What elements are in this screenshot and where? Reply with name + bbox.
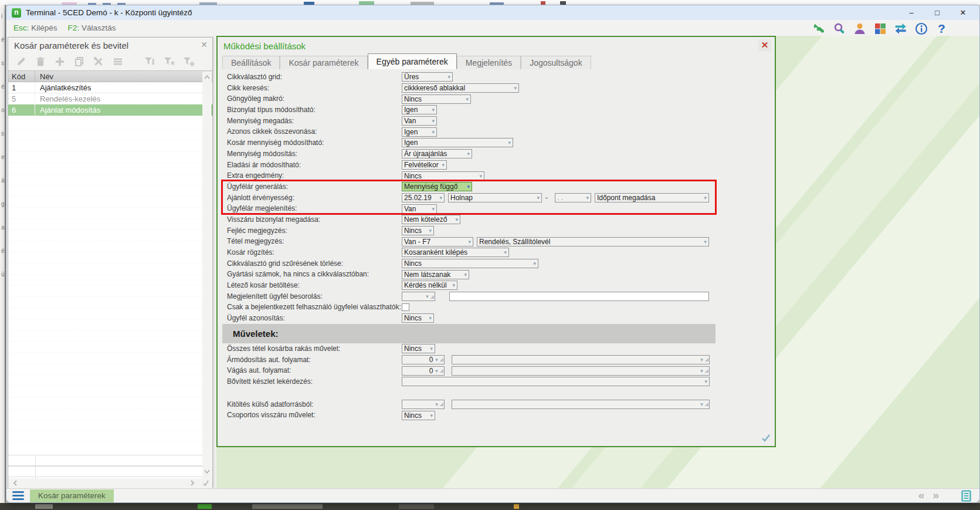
maximize-icon[interactable]: □ (924, 5, 950, 20)
help-icon[interactable]: ? (934, 22, 949, 35)
form-row: Visszáru bizonylat megadása:Nem kötelező… (218, 214, 775, 225)
filter-icon[interactable] (143, 55, 157, 68)
vertical-scrollbar[interactable] (202, 72, 212, 478)
field-label: Gyártási számok, ha nincs a cikkválasztó… (227, 270, 369, 278)
active-task-badge[interactable]: Kosár paraméterek (30, 489, 114, 502)
shortcut-f2[interactable]: F2:Választás (68, 23, 116, 32)
dropdown[interactable]: ▾◢ (452, 355, 710, 364)
chevron-down-icon: ▾ (428, 228, 433, 234)
field-controls: Üres▾ (402, 72, 453, 83)
scroll-down-icon[interactable] (203, 467, 211, 477)
panel-confirm-check-icon[interactable] (761, 433, 771, 445)
text-input[interactable] (449, 292, 709, 301)
menu-icon[interactable] (111, 55, 125, 68)
chevron-down-icon: ▾ (467, 239, 473, 245)
delete-icon[interactable] (33, 55, 48, 68)
wrench-icon[interactable] (811, 22, 826, 35)
dropdown[interactable]: Igen▾ (402, 138, 513, 147)
dropdown[interactable]: . .▾ (555, 193, 591, 202)
dropdown[interactable]: cikkkereső ablakkal▾ (402, 83, 519, 93)
dropdown[interactable]: Időpont megadása▾ (595, 193, 709, 202)
scroll-up-icon[interactable] (203, 73, 211, 83)
filter-add-icon[interactable] (182, 55, 196, 68)
dropdown[interactable]: Igen▾ (402, 105, 437, 114)
dropdown[interactable]: ▾◢ (452, 366, 710, 376)
dropdown[interactable]: Nincs▾ (402, 411, 435, 420)
dropdown[interactable]: Nincs▾ (402, 313, 434, 323)
dropdown[interactable]: Kosaranként kilépés▾ (402, 248, 509, 257)
dropdown[interactable]: Nincs▾ (402, 259, 538, 268)
left-panel-close-icon[interactable]: ✕ (201, 40, 208, 49)
column-header-kod[interactable]: Kód (8, 71, 35, 82)
shortcut-esc[interactable]: Esc:Kilépés (13, 23, 57, 32)
dropdown[interactable]: ▾◢ (452, 400, 710, 409)
dropdown[interactable]: 0▾◢ (402, 355, 445, 364)
chevron-down-icon: ▾ (430, 118, 436, 124)
dropdown[interactable]: ▾ (402, 377, 710, 386)
search-icon[interactable] (832, 22, 846, 35)
settings-close-icon[interactable]: ✕ (758, 39, 771, 51)
field-label: Csak a bejelentkezett felhasználó ügyfel… (227, 303, 401, 311)
edit-icon[interactable] (14, 55, 28, 68)
tab-be-ll-t-sok[interactable]: Beállítások (222, 56, 280, 69)
dropdown[interactable]: Ár újraajánlás▾ (402, 149, 472, 158)
table-row[interactable]: 1Ajánlatkészítés (8, 82, 212, 93)
dropdown-value: cikkkereső ablakkal (404, 84, 513, 92)
form-row: Kitöltés külső adatforrásból:▾◢▾◢ (218, 399, 775, 410)
apps-icon[interactable] (873, 22, 887, 35)
document-list-icon[interactable] (961, 490, 971, 503)
info-icon[interactable] (914, 22, 928, 35)
minimize-icon[interactable]: – (898, 5, 924, 20)
dropdown-value: Holnap (450, 194, 535, 202)
tab-egy-b-param-terek[interactable]: Egyéb paraméterek (368, 53, 457, 69)
dropdown[interactable]: 25.02.19▾ (402, 193, 445, 202)
dropdown[interactable]: 0▾◢ (402, 366, 445, 376)
dropdown[interactable]: Holnap▾ (448, 193, 542, 202)
dropdown[interactable]: Kérdés nélkül▾ (402, 281, 457, 290)
chevron-down-icon: ▾ (464, 96, 470, 102)
tab-kos-r-param-terek[interactable]: Kosár paraméterek (280, 56, 367, 69)
nav-back-icon[interactable]: « (918, 489, 933, 501)
form-row: Eladási ár módosítható:Felvételkor▾ (218, 160, 775, 171)
filter-clear-icon[interactable] (162, 55, 177, 68)
tab-jogosults-gok[interactable]: Jogosultságok (521, 56, 591, 69)
dropdown-value: Nincs (404, 172, 478, 180)
add-icon[interactable] (53, 55, 67, 68)
window-title: Terminal - 5CED Demó - k - Központi ügyi… (26, 8, 192, 17)
dropdown[interactable]: Igen▾ (402, 127, 437, 137)
dropdown[interactable]: Nem látszanak▾ (402, 270, 469, 279)
field-label: Cikkválasztó grid: (227, 73, 282, 81)
dropdown[interactable]: Van - F7▾ (402, 237, 473, 246)
nav-forward-icon[interactable]: » (932, 489, 947, 501)
copy-icon[interactable] (72, 55, 86, 68)
dropdown[interactable]: Nincs▾ (402, 344, 435, 353)
dropdown-value: 25.02.19 (404, 194, 438, 202)
dropdown[interactable]: Nincs▾ (402, 94, 471, 104)
tab-megjelen-t-s[interactable]: Megjelenítés (457, 56, 521, 69)
dropdown[interactable]: Nincs▾ (402, 171, 484, 181)
field-label: Ármódosítás aut. folyamat: (227, 356, 311, 364)
horizontal-scrollbar[interactable] (8, 478, 212, 489)
transfer-icon[interactable] (893, 22, 908, 35)
dropdown[interactable]: Felvételkor▾ (402, 160, 447, 170)
menu-icon[interactable] (12, 491, 24, 500)
user-icon[interactable] (852, 22, 867, 35)
close-icon[interactable]: ✕ (950, 5, 976, 20)
dropdown[interactable]: Van▾ (402, 116, 437, 126)
field-controls: Van - F7▾Rendelés, Szállítólevél▾ (402, 236, 709, 247)
column-header-nev[interactable]: Név (35, 71, 212, 82)
dropdown[interactable]: Mennyiség függő▾ (402, 182, 472, 191)
field-controls: Nincs▾ (402, 343, 435, 354)
app-logo-icon: n (12, 8, 21, 18)
checkbox[interactable] (402, 303, 409, 311)
field-label: Cikk keresés: (227, 84, 269, 92)
dropdown[interactable]: Nem kötelező▾ (402, 215, 460, 224)
dropdown[interactable]: Van▾ (402, 204, 437, 214)
dropdown[interactable]: Nincs▾ (402, 226, 434, 235)
tools-icon[interactable] (91, 55, 106, 68)
dropdown[interactable]: Rendelés, Szállítólevél▾ (477, 237, 709, 246)
dropdown[interactable]: ▾◢ (402, 292, 435, 301)
field-label: Kitöltés külső adatforrásból: (227, 400, 313, 408)
dropdown[interactable]: Üres▾ (402, 72, 453, 82)
dropdown[interactable]: ▾◢ (402, 400, 445, 409)
